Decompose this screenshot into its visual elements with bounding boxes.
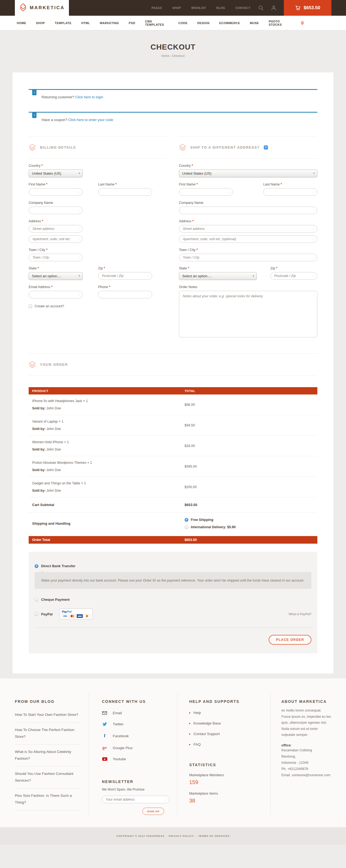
nav-item[interactable]: CODE [178, 21, 187, 25]
shipping-town-label: Town / City [179, 248, 196, 252]
radio-international-delivery[interactable] [185, 525, 188, 529]
create-account-label: Create an account? [35, 304, 64, 308]
header-nav-item[interactable]: SHOP [172, 6, 181, 9]
billing-country-select[interactable]: United States (US) [29, 169, 83, 177]
newsletter-email-input[interactable] [102, 796, 170, 803]
footer-help-title: HELP AND SUPPORTS [189, 699, 260, 704]
help-link[interactable]: Contact Support [189, 728, 260, 739]
billing-apartment-input[interactable] [29, 235, 83, 243]
shipping-option-international[interactable]: International Delivery: $5.90 [185, 525, 317, 529]
social-link-youtube[interactable]: Youtube [102, 753, 177, 765]
nav-item[interactable]: HOME [17, 21, 26, 25]
payment-method-bank[interactable]: Direct Bank Transfer [35, 564, 311, 568]
nav-item[interactable]: HTML [81, 21, 90, 25]
billing-section: BILLING DETAILS Country * United States … [29, 136, 167, 338]
billing-last-name-input[interactable] [98, 188, 152, 196]
search-icon[interactable] [258, 0, 264, 16]
shipping-option-free[interactable]: Free Shipping [185, 518, 317, 522]
nav-item[interactable]: MARKETING [100, 21, 119, 25]
nav-item[interactable]: MUSE [250, 21, 259, 25]
seller-name: John Doe [46, 406, 61, 410]
shipping-apartment-input[interactable] [179, 235, 317, 243]
blog-post-link[interactable]: What is So Alluring About Celebrity Fash… [15, 745, 80, 767]
shipping-country-select[interactable]: United States (US) [179, 169, 317, 177]
autofill-icon [312, 190, 315, 195]
nav-item[interactable]: CMS TEMPLATES [145, 20, 169, 26]
social-link-twitter[interactable]: Twitter [102, 718, 177, 730]
billing-first-name-input[interactable] [29, 188, 83, 196]
billing-zip-input[interactable] [98, 272, 152, 280]
shipping-zip-label: Zip [270, 267, 275, 270]
payment-method-paypal[interactable]: PayPal PayPal VISA What is PayPal? [35, 609, 311, 619]
column-header-product: PRODUCT [29, 389, 185, 393]
shipping-zip-input[interactable] [270, 272, 317, 280]
nav-item[interactable]: PHOTO STOCKS [269, 20, 291, 26]
nav-item[interactable]: TEMPLATE [55, 21, 71, 25]
sold-by-label: Sold by: [32, 489, 45, 493]
footer-blog-column: FROM OUR BLOG How To Start Your Own Fash… [15, 693, 89, 815]
autofill-icon [227, 190, 231, 195]
social-link-facebook[interactable]: f Facebook [102, 730, 177, 742]
nav-item[interactable]: ECOMMERCE [219, 21, 240, 25]
breadcrumb-separator: › [170, 54, 171, 57]
stat-items-value: 38 [189, 798, 260, 804]
shipping-town-input[interactable] [179, 254, 317, 261]
social-link-email[interactable]: Email [102, 708, 177, 718]
brand-logo[interactable]: MARKETICA [15, 0, 69, 16]
nav-item[interactable]: PSD [129, 21, 135, 25]
billing-phone-input[interactable] [98, 291, 152, 298]
billing-email-input[interactable] [29, 291, 83, 298]
blog-post-link[interactable]: How To Choose The Perfect Fashion Store? [15, 723, 80, 745]
shipping-state-select[interactable]: Select an option.... [179, 272, 257, 280]
header-nav-item[interactable]: CONTACT [236, 6, 250, 9]
billing-state-select[interactable]: Select an option.... [29, 272, 83, 280]
seller-name: John Doe [46, 468, 61, 472]
coupon-link[interactable]: Click here to enter your code [68, 118, 113, 122]
radio-free-shipping[interactable] [185, 518, 188, 522]
shipping-street-input[interactable] [179, 225, 317, 232]
breadcrumb: Home›Checkout [0, 54, 346, 57]
login-link[interactable]: Click here to login [75, 95, 103, 99]
help-link[interactable]: FAQ [189, 739, 260, 750]
billing-town-input[interactable] [29, 254, 83, 261]
what-is-paypal-link[interactable]: What is PayPal? [289, 613, 311, 616]
nav-item[interactable]: SHOP [36, 21, 45, 25]
coupon-notice: i Have a coupon? Click here to enter you… [29, 112, 317, 127]
shipping-last-name-input[interactable] [263, 188, 317, 196]
order-notes-textarea[interactable] [179, 291, 317, 337]
copyright-text: COPYRIGHT © 2013 TOKOPRESS [116, 834, 164, 837]
newsletter-text: We Won't Spam, We Promise [102, 787, 177, 792]
shipping-first-name-input[interactable] [179, 188, 233, 196]
blog-post-link[interactable]: How To Start Your Own Fashion Store? [15, 708, 80, 723]
billing-street-input[interactable] [29, 225, 83, 232]
account-icon[interactable] [271, 0, 276, 16]
stat-items-label: Marketplace Items [189, 792, 260, 796]
office-line: Indonesia - 12345 [281, 760, 331, 766]
help-link[interactable]: Help [189, 708, 260, 718]
terms-link[interactable]: TERMS OF SERVICES [198, 834, 230, 837]
header-nav-item[interactable]: PAGES [151, 6, 162, 9]
place-order-button[interactable]: PLACE ORDER [269, 635, 311, 645]
nav-expand-chevrons-icon[interactable] [301, 21, 304, 25]
header-nav-item[interactable]: BLOG [216, 6, 226, 9]
nav-item[interactable]: DESIGN [197, 21, 209, 25]
radio-paypal[interactable] [35, 612, 38, 616]
help-link[interactable]: Knowledge Base [189, 718, 260, 728]
radio-bank-transfer[interactable] [35, 564, 38, 568]
payment-method-cheque[interactable]: Cheque Payment [35, 597, 311, 601]
header-nav-item[interactable]: WISHLIST [192, 6, 206, 9]
ship-different-checkbox[interactable] [264, 145, 268, 150]
social-link-google-plus[interactable]: g+ Google Plus [102, 742, 177, 753]
cart-button[interactable]: $653.50 [284, 0, 332, 16]
cart-subtotal-label: Cart Subtotal [29, 503, 185, 507]
blog-post-link[interactable]: Should You Use Fashion Consultant Servic… [15, 767, 80, 788]
radio-cheque[interactable] [35, 598, 38, 601]
privacy-policy-link[interactable]: PRIVACY POLICY [169, 834, 194, 837]
newsletter-signup-button[interactable]: SIGN UP [142, 808, 164, 815]
blog-post-link[interactable]: Plus Size Fashion: Is There Such a Thing… [15, 788, 80, 810]
create-account-checkbox[interactable] [29, 305, 32, 308]
breadcrumb-home-link[interactable]: Home [161, 54, 169, 57]
cart-subtotal-value: $653.50 [185, 503, 317, 507]
billing-company-input[interactable] [29, 207, 83, 214]
shipping-company-input[interactable] [179, 207, 317, 214]
